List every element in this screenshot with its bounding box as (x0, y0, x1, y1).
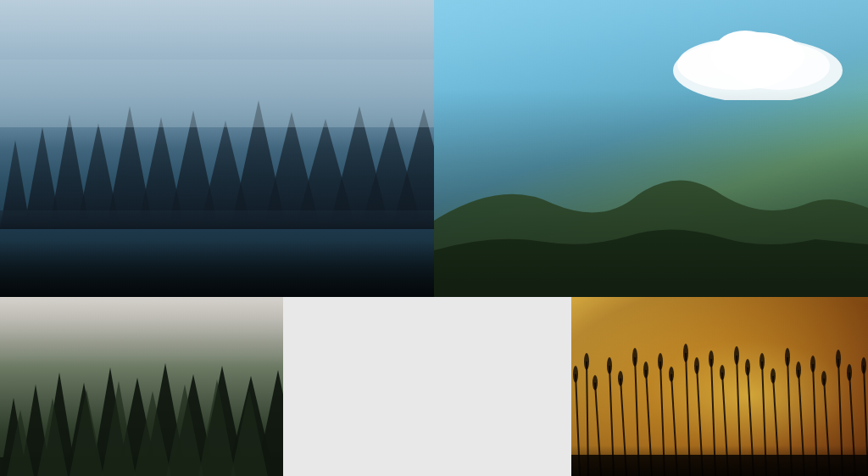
app-container (0, 0, 868, 476)
svg-point-85 (821, 371, 826, 386)
svg-point-84 (810, 356, 815, 372)
awk-meta-2 (22, 266, 412, 278)
card-constitutional-2[interactable] (283, 297, 571, 476)
card-poets-2[interactable] (571, 297, 868, 476)
card-awakenings-2[interactable] (0, 0, 434, 297)
museum-title-2[interactable] (456, 220, 846, 249)
svg-point-86 (836, 350, 841, 368)
card-forest-2[interactable] (0, 297, 283, 476)
svg-point-77 (720, 365, 725, 380)
svg-point-88 (861, 357, 866, 374)
svg-point-75 (694, 357, 699, 374)
poets-overlay (571, 445, 868, 476)
svg-point-68 (607, 357, 612, 374)
svg-point-76 (709, 350, 714, 367)
card-museum-2[interactable] (434, 0, 868, 297)
svg-point-69 (618, 371, 623, 386)
svg-point-78 (734, 346, 739, 365)
svg-rect-15 (0, 59, 434, 127)
svg-point-65 (573, 366, 578, 383)
svg-point-72 (658, 353, 663, 370)
constitutional-inner (410, 370, 444, 404)
svg-point-79 (745, 359, 750, 376)
svg-point-67 (593, 375, 598, 390)
awk-overlay (0, 240, 434, 297)
svg-point-73 (669, 367, 674, 382)
svg-point-66 (584, 353, 589, 370)
svg-point-74 (683, 344, 688, 362)
svg-point-71 (643, 361, 648, 378)
museum-meta-2 (456, 265, 846, 277)
svg-point-82 (785, 348, 790, 367)
svg-point-81 (771, 368, 776, 384)
awk-trees (0, 59, 434, 229)
museum-overlay-2 (434, 0, 868, 297)
svg-point-83 (796, 361, 801, 378)
svg-point-87 (847, 364, 852, 381)
forest-trees-2 (0, 315, 283, 476)
top-row (0, 0, 868, 297)
svg-rect-14 (0, 210, 434, 229)
svg-point-70 (632, 348, 637, 367)
bottom-row (0, 297, 868, 476)
svg-point-80 (760, 353, 765, 370)
